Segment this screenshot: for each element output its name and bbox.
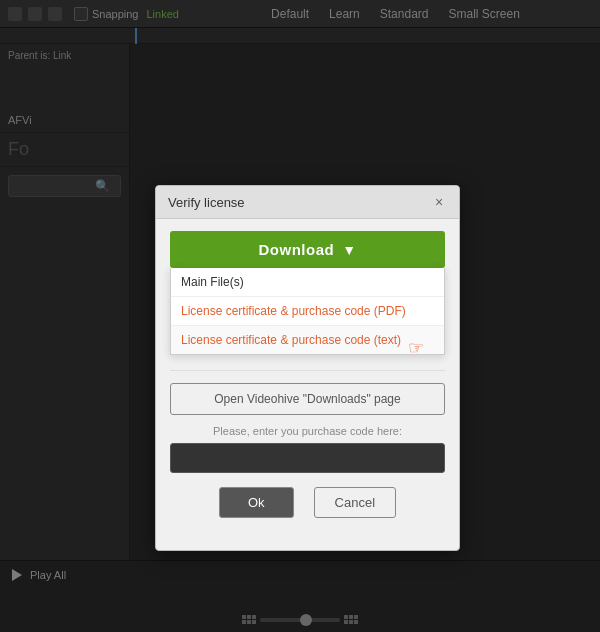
download-btn-container: Download ▼ Main File(s) License certific… xyxy=(170,231,445,268)
dropdown-main-files[interactable]: Main File(s) xyxy=(171,268,444,297)
modal-close-button[interactable]: × xyxy=(431,194,447,210)
download-button[interactable]: Download ▼ xyxy=(170,231,445,268)
modal-body: Download ▼ Main File(s) License certific… xyxy=(156,219,459,530)
open-downloads-button[interactable]: Open Videohive "Downloads" page xyxy=(170,383,445,415)
download-label: Download xyxy=(258,241,334,258)
ok-button[interactable]: Ok xyxy=(219,487,294,518)
purchase-code-input[interactable] xyxy=(170,443,445,473)
purchase-code-label: Please, enter you purchase code here: xyxy=(170,425,445,437)
verify-license-modal: Verify license × Download ▼ Main File(s)… xyxy=(155,185,460,551)
download-arrow-icon: ▼ xyxy=(342,242,356,258)
modal-header: Verify license × xyxy=(156,186,459,219)
modal-title: Verify license xyxy=(168,195,245,210)
download-dropdown: Main File(s) License certificate & purch… xyxy=(170,268,445,355)
modal-buttons: Ok Cancel xyxy=(170,487,445,518)
cancel-button[interactable]: Cancel xyxy=(314,487,396,518)
modal-divider xyxy=(170,370,445,371)
dropdown-text[interactable]: License certificate & purchase code (tex… xyxy=(171,326,444,354)
dropdown-pdf[interactable]: License certificate & purchase code (PDF… xyxy=(171,297,444,326)
